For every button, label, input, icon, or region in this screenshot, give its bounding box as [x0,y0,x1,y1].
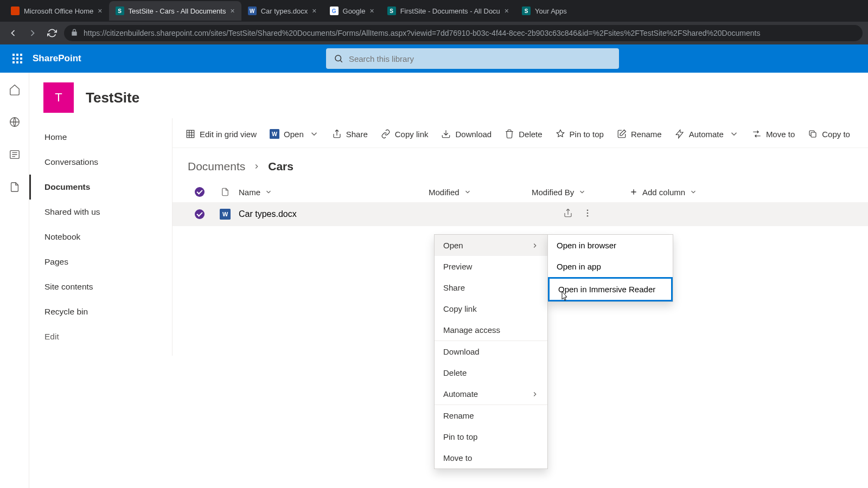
home-icon[interactable] [9,84,21,98]
tab-label: FirstSite - Documents - All Docu [400,7,500,15]
select-all-checkbox[interactable] [195,187,205,197]
close-icon[interactable]: × [369,7,374,15]
chevron-down-icon [578,188,586,196]
nav-documents[interactable]: Documents [29,175,172,200]
ctx-delete[interactable]: Delete [435,362,547,383]
share-icon[interactable] [563,208,573,220]
search-icon [334,54,343,63]
more-icon[interactable] [583,208,592,220]
news-icon[interactable] [9,149,21,163]
file-type-icon[interactable] [220,187,230,197]
address-bar[interactable]: https://citizenbuilders.sharepoint.com/s… [64,25,863,41]
files-icon[interactable] [9,181,21,195]
sub-open-browser[interactable]: Open in browser [548,235,673,256]
share-icon [332,129,342,139]
reload-button[interactable] [44,25,60,41]
plus-icon [629,188,638,196]
globe-icon[interactable] [9,116,21,130]
browser-tab[interactable]: S TestSite - Cars - All Documents × [109,1,241,21]
breadcrumb-current: Cars [268,160,293,173]
nav-conversations[interactable]: Conversations [29,150,172,175]
grid-icon [186,129,195,139]
browser-tab[interactable]: Microsoft Office Home × [4,1,109,21]
cmd-share[interactable]: Share [327,126,373,142]
close-icon[interactable]: × [98,7,102,15]
cmd-automate[interactable]: Automate [669,126,744,142]
nav-shared[interactable]: Shared with us [29,200,172,224]
open-submenu: Open in browser Open in app Open in Imme… [547,234,673,302]
breadcrumb-parent[interactable]: Documents [188,160,245,173]
svg-point-9 [587,209,589,211]
tab-label: Google [343,7,366,15]
forward-button[interactable] [25,25,40,41]
site-logo[interactable]: T [43,82,74,113]
ctx-automate[interactable]: Automate [435,383,547,404]
column-modified-by[interactable]: Modified By [532,188,629,197]
cmd-move[interactable]: Move to [746,126,800,142]
ctx-download[interactable]: Download [435,341,547,362]
ctx-copy-link[interactable]: Copy link [435,298,547,319]
close-icon[interactable]: × [312,7,316,15]
search-box[interactable] [326,48,619,69]
browser-tab[interactable]: G Google × [323,1,381,21]
ctx-manage-access[interactable]: Manage access [435,319,547,341]
list-row[interactable]: W Car types.docx [173,202,868,226]
svg-point-0 [335,55,341,61]
row-checkbox[interactable] [195,209,205,219]
browser-tab[interactable]: S Your Apps [515,1,573,21]
close-icon[interactable]: × [505,7,509,15]
cmd-rename[interactable]: Rename [611,126,667,142]
add-column-button[interactable]: Add column [629,188,697,197]
brand-label[interactable]: SharePoint [33,53,81,64]
close-icon[interactable]: × [230,7,234,15]
nav-notebook[interactable]: Notebook [29,224,172,249]
sub-open-immersive[interactable]: Open in Immersive Reader [548,277,673,301]
chevron-down-icon [464,188,471,196]
app-launcher[interactable] [4,46,30,72]
move-icon [752,129,762,139]
cmd-open[interactable]: WOpen [264,126,324,142]
back-button[interactable] [5,25,21,41]
browser-tab[interactable]: W Car types.docx × [241,1,323,21]
link-icon [381,129,391,139]
nav-home[interactable]: Home [29,125,172,150]
chevron-right-icon [531,390,539,398]
google-icon: G [330,7,339,15]
tab-label: TestSite - Cars - All Documents [129,7,226,15]
ctx-open[interactable]: Open [435,235,547,256]
cmd-delete[interactable]: Delete [499,126,547,142]
svg-rect-3 [187,130,194,138]
column-name[interactable]: Name [239,188,429,197]
file-name[interactable]: Car types.docx [239,209,297,219]
nav-site-contents[interactable]: Site contents [29,274,172,299]
nav-recycle-bin[interactable]: Recycle bin [29,299,172,324]
site-title[interactable]: TestSite [86,89,139,106]
chevron-down-icon [729,129,739,139]
search-input[interactable] [349,54,611,63]
browser-tab-strip: Microsoft Office Home × S TestSite - Car… [0,0,868,22]
waffle-icon [12,54,22,63]
ctx-pin[interactable]: Pin to top [435,426,547,447]
cmd-pin[interactable]: Pin to top [550,126,609,142]
ctx-move[interactable]: Move to [435,447,547,468]
nav-edit[interactable]: Edit [29,324,172,349]
tab-label: Car types.docx [261,7,308,15]
office-icon [11,7,20,15]
cmd-copy-link[interactable]: Copy link [375,126,434,142]
cmd-copy-to[interactable]: Copy to [802,126,856,142]
chevron-down-icon [690,188,697,196]
ctx-preview[interactable]: Preview [435,256,547,277]
column-modified[interactable]: Modified [429,188,532,197]
nav-pages[interactable]: Pages [29,249,172,274]
svg-rect-6 [811,132,816,137]
rename-icon [617,129,627,139]
ctx-rename[interactable]: Rename [435,405,547,426]
cmd-edit-grid[interactable]: Edit in grid view [180,126,262,142]
sharepoint-icon: S [116,7,124,15]
ctx-share[interactable]: Share [435,277,547,298]
cmd-download[interactable]: Download [436,126,497,142]
browser-tab[interactable]: S FirstSite - Documents - All Docu × [381,1,515,21]
sharepoint-icon: S [522,7,531,15]
browser-toolbar: https://citizenbuilders.sharepoint.com/s… [0,22,868,44]
sub-open-app[interactable]: Open in app [548,256,673,277]
